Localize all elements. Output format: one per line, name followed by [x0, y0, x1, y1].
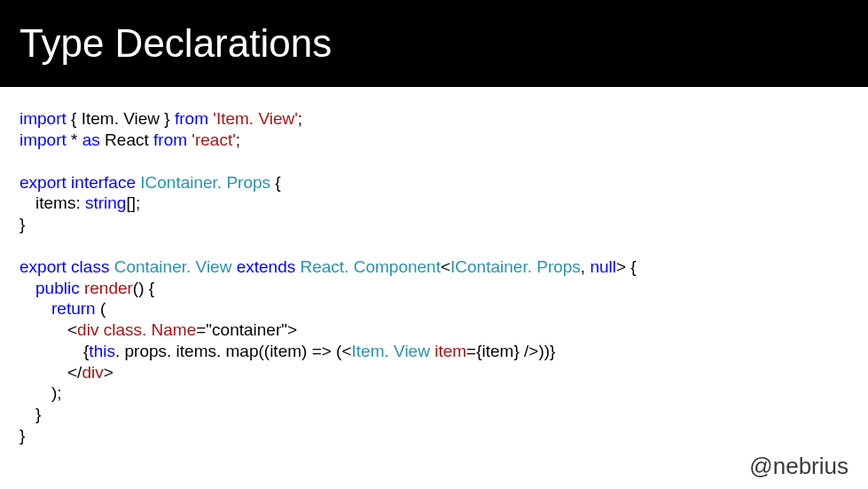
type: string [85, 193, 126, 212]
text: />))} [524, 342, 555, 360]
kw-return: return [51, 299, 96, 318]
text: () { [133, 279, 154, 297]
kw-extends: extends [237, 257, 296, 276]
text: } [20, 215, 25, 233]
kw-export: export [20, 257, 66, 276]
blank-line [20, 235, 848, 256]
code-line: export interface IContainer. Props { [20, 172, 848, 193]
text: []; [126, 193, 140, 212]
prop-name: item [434, 342, 466, 360]
attr-name: class. Name [104, 320, 197, 339]
slide-title: Type Declarations [20, 21, 332, 66]
code-line: } [20, 425, 848, 446]
kw-export: export [20, 173, 66, 192]
kw-interface: interface [71, 173, 136, 192]
text: items [35, 193, 75, 212]
code-line: import { Item. View } from 'Item. View'; [20, 108, 848, 130]
text: > { [616, 257, 637, 276]
text: : [75, 193, 85, 212]
blank-line [20, 151, 848, 172]
code-line: public render() { [20, 278, 848, 299]
footer-handle: @nebrius [749, 453, 848, 480]
type-name: IContainer. Props [140, 173, 270, 192]
type-name: IContainer. Props [450, 257, 581, 276]
code-line: return ( [20, 298, 848, 319]
text: ; [236, 130, 240, 149]
kw-this: this [89, 342, 115, 360]
method-name: render [84, 279, 133, 297]
text: , [581, 257, 590, 276]
kw-from: from [153, 130, 187, 149]
code-line: {this. props. items. map((item) => (<Ite… [20, 341, 848, 362]
code-line: <div class. Name="container"> [20, 319, 848, 341]
kw-import: import [20, 109, 66, 128]
code-line: } [20, 214, 848, 235]
slide-header: Type Declarations [0, 0, 868, 87]
type-name: React. Component [301, 257, 441, 276]
text: } [160, 109, 175, 128]
tag-name: div [77, 320, 98, 339]
code-block: import { Item. View } from 'Item. View';… [0, 87, 868, 446]
text: > [287, 320, 297, 339]
text: Item. View [82, 109, 160, 128]
kw-class: class [71, 257, 109, 276]
text: < [441, 257, 450, 276]
code-line: ); [20, 383, 848, 404]
text: * [66, 130, 82, 149]
text: ; [298, 109, 302, 128]
code-line: } [20, 404, 848, 425]
text: React [100, 130, 153, 149]
text: ); [51, 383, 62, 402]
text: . props. items. map((item) => (< [115, 342, 352, 360]
kw-from: from [175, 109, 208, 128]
text: { [270, 173, 281, 192]
code-line: export class Container. View extends Rea… [20, 256, 848, 278]
code-line: items: string[]; [20, 193, 848, 214]
text: < [67, 363, 77, 382]
text: = [196, 320, 206, 339]
text: } [20, 426, 25, 445]
kw-public: public [35, 279, 80, 297]
code-line: </div> [20, 362, 848, 383]
code-line: import * as React from 'react'; [20, 130, 848, 151]
text: {item} [476, 342, 520, 360]
attr-value: "container" [206, 320, 287, 339]
class-name: Container. View [114, 257, 232, 276]
component-name: Item. View [352, 342, 430, 360]
text: = [466, 342, 476, 360]
string: 'react' [187, 130, 236, 149]
tag-name: div [82, 363, 103, 382]
text: < [67, 320, 77, 339]
kw-null: null [590, 257, 616, 276]
text: } [35, 405, 41, 423]
string: 'Item. View' [208, 109, 298, 128]
kw-as: as [82, 130, 100, 149]
text: ( [96, 299, 106, 318]
text: { [66, 109, 82, 128]
text: > [104, 363, 113, 382]
kw-import: import [20, 130, 66, 149]
